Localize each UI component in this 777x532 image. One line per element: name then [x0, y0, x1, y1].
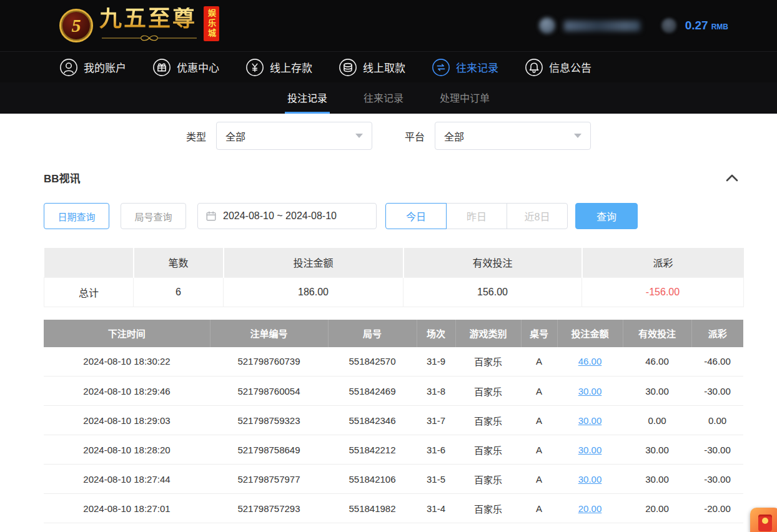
- bet-records-table: 下注时间 注单编号 局号 场次 游戏类别 桌号 投注金额 有效投注 派彩 202…: [44, 320, 743, 524]
- summary-total-payout: -156.00: [582, 277, 744, 307]
- valid-bet-cell: 30.00: [623, 465, 691, 494]
- round-query-button[interactable]: 局号查询: [121, 203, 186, 229]
- valid-bet-cell: 30.00: [623, 377, 691, 406]
- yesterday-button[interactable]: 昨日: [446, 203, 507, 229]
- order-id-cell: 521798757977: [210, 465, 328, 494]
- payout-cell: -30.00: [691, 377, 743, 406]
- game-type-cell: 百家乐: [455, 347, 521, 377]
- valid-bet-cell: 30.00: [623, 435, 691, 465]
- bet-amount-link[interactable]: 20.00: [578, 503, 602, 514]
- bet-time-cell: 2024-08-10 18:27:01: [44, 494, 210, 523]
- header-order-id: 注单编号: [210, 320, 328, 347]
- tab-processing-orders[interactable]: 处理中订单: [437, 82, 492, 114]
- records-icon: [432, 58, 450, 77]
- header-payout: 派彩: [691, 320, 743, 347]
- bet-amount-cell: 30.00: [557, 406, 623, 435]
- chevron-down-icon: [574, 134, 582, 138]
- summary-header-bet: 投注金额: [224, 248, 403, 277]
- table-no-cell: A: [521, 406, 557, 435]
- site-logo[interactable]: 5 九五至尊 娱乐城: [59, 7, 220, 44]
- platform-select[interactable]: 全部: [435, 122, 591, 150]
- order-id-cell: 521798757293: [210, 494, 328, 523]
- tab-betting-records[interactable]: 投注记录: [285, 82, 330, 114]
- nav-label: 信息公告: [549, 59, 591, 75]
- bet-amount-cell: 30.00: [557, 435, 623, 465]
- valid-bet-cell: 20.00: [623, 494, 691, 523]
- nav-item-transaction-records[interactable]: 往来记录: [432, 58, 498, 77]
- order-id-cell: 521798759323: [210, 406, 328, 435]
- deposit-icon: [245, 58, 264, 77]
- type-filter-label: 类型: [186, 129, 206, 144]
- summary-header-row: 笔数 投注金额 有效投注 派彩: [44, 248, 744, 277]
- bet-amount-cell: 30.00: [557, 377, 623, 406]
- balance-amount: 0.27: [685, 19, 708, 32]
- table-no-cell: A: [521, 494, 557, 523]
- username-redacted[interactable]: [564, 21, 640, 31]
- nav-label: 我的账户: [84, 59, 126, 75]
- bet-table-body: 2024-08-10 18:30:22521798760739551842570…: [44, 347, 743, 523]
- today-button[interactable]: 今日: [385, 203, 447, 229]
- header-round-id: 局号: [328, 320, 417, 347]
- collapse-section-button[interactable]: [726, 174, 738, 182]
- top-bar: 5 九五至尊 娱乐城 0.27 RMB: [0, 0, 777, 51]
- summary-total-row: 总计 6 186.00 156.00 -156.00: [44, 277, 744, 307]
- logo-title: 九五至尊: [99, 7, 199, 31]
- bet-amount-cell: 30.00: [557, 465, 623, 494]
- summary-header-count: 笔数: [134, 248, 224, 277]
- bet-amount-link[interactable]: 30.00: [578, 386, 602, 397]
- type-select[interactable]: 全部: [216, 122, 372, 150]
- table-no-cell: A: [521, 377, 557, 406]
- game-type-cell: 百家乐: [455, 435, 521, 465]
- table-no-cell: A: [521, 435, 557, 465]
- quick-range-group: 今日 昨日 近8日: [385, 203, 568, 229]
- summary-header-empty: [44, 248, 134, 277]
- gift-icon: [152, 58, 171, 77]
- nav-item-announcements[interactable]: 信息公告: [525, 58, 591, 77]
- logo-badge: 娱乐城: [204, 6, 219, 41]
- header-bet-amount: 投注金额: [557, 320, 623, 347]
- session-cell: 31-8: [417, 377, 455, 406]
- nav-item-my-account[interactable]: 我的账户: [59, 58, 126, 77]
- bet-amount-link[interactable]: 46.00: [578, 356, 602, 367]
- chevron-down-icon: [355, 134, 363, 138]
- bet-time-cell: 2024-08-10 18:29:03: [44, 406, 210, 435]
- date-query-button[interactable]: 日期查询: [44, 203, 109, 229]
- logo-flourish-decoration: [99, 32, 199, 44]
- logo-emblem-icon: 5: [59, 9, 93, 42]
- red-envelope-icon: [758, 515, 772, 531]
- withdraw-icon: [339, 58, 357, 77]
- bet-amount-cell: 20.00: [557, 494, 623, 523]
- bet-amount-link[interactable]: 30.00: [578, 415, 602, 426]
- nav-label: 往来记录: [456, 59, 498, 75]
- nav-label: 优惠中心: [177, 59, 219, 75]
- bet-time-cell: 2024-08-10 18:27:44: [44, 465, 210, 494]
- promo-float-icon[interactable]: [750, 508, 777, 532]
- summary-header-valid: 有效投注: [403, 248, 582, 277]
- session-cell: 31-9: [417, 347, 455, 377]
- nav-item-withdraw[interactable]: 线上取款: [339, 58, 405, 77]
- tab-transaction-records[interactable]: 往来记录: [361, 82, 406, 114]
- nav-item-promotions[interactable]: 优惠中心: [152, 58, 219, 77]
- page: 5 九五至尊 娱乐城 0.27 RMB 我的账户: [0, 0, 777, 532]
- date-range-input[interactable]: 2024-08-10 ~ 2024-08-10: [197, 203, 377, 229]
- user-icon: [59, 58, 78, 77]
- avatar[interactable]: [539, 17, 555, 34]
- nav-label: 线上存款: [270, 59, 312, 75]
- header-valid-bet: 有效投注: [623, 320, 691, 347]
- session-cell: 31-4: [417, 494, 455, 523]
- game-type-cell: 百家乐: [455, 494, 521, 523]
- session-cell: 31-6: [417, 435, 455, 465]
- last-8-days-button[interactable]: 近8日: [507, 203, 568, 229]
- nav-item-deposit[interactable]: 线上存款: [245, 58, 312, 77]
- payout-cell: 0.00: [691, 406, 743, 435]
- payout-cell: -30.00: [691, 435, 743, 465]
- search-button[interactable]: 查询: [575, 203, 638, 229]
- bet-amount-link[interactable]: 30.00: [578, 445, 602, 455]
- valid-bet-cell: 46.00: [623, 347, 691, 377]
- refresh-balance-icon[interactable]: [661, 18, 676, 33]
- order-id-cell: 521798758649: [210, 435, 328, 465]
- filter-row: 类型 全部 平台 全部: [0, 122, 777, 150]
- bet-amount-link[interactable]: 30.00: [578, 474, 602, 485]
- record-tabstrip: 投注记录 往来记录 处理中订单: [0, 82, 777, 114]
- nav-label: 线上取款: [363, 59, 405, 75]
